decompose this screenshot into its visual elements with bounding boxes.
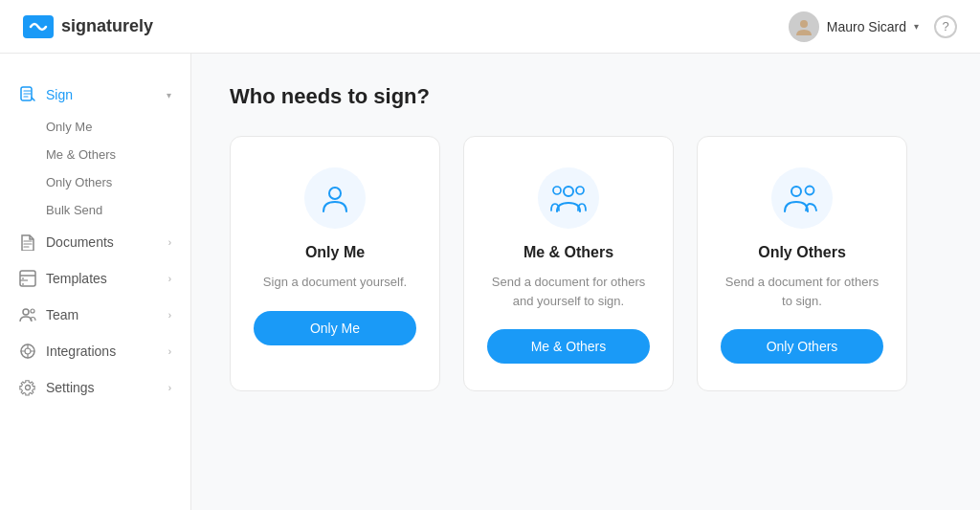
sidebar-subitem-bulk-send[interactable]: Bulk Send <box>46 196 190 224</box>
sidebar-item-integrations[interactable]: Integrations › <box>0 333 190 369</box>
svg-point-7 <box>26 386 31 390</box>
card-only-me: Only Me Sign a document yourself. Only M… <box>230 136 440 391</box>
svg-point-12 <box>791 187 801 196</box>
card-me-and-others-icon-wrapper <box>538 167 599 229</box>
logo: signaturely <box>23 15 153 38</box>
sidebar-subitem-me-and-others[interactable]: Me & Others <box>46 141 190 168</box>
layout: Sign ▾ Only Me Me & Others Only Others B… <box>0 54 980 510</box>
user-menu[interactable]: Mauro Sicard ▾ <box>789 11 919 42</box>
sidebar-settings-label: Settings <box>46 380 159 395</box>
multi-user-icon <box>549 181 588 215</box>
sign-icon <box>19 86 36 103</box>
sidebar-item-sign[interactable]: Sign ▾ <box>0 77 190 113</box>
doc-icon <box>19 233 36 251</box>
page-title: Who needs to sign? <box>230 84 942 109</box>
card-only-others: Only Others Send a document for others t… <box>697 136 907 391</box>
main-content: Who needs to sign? Only Me Sign a docume… <box>191 54 980 510</box>
templates-chevron-icon: › <box>168 274 171 284</box>
sidebar-item-documents[interactable]: Documents › <box>0 224 190 260</box>
settings-chevron-icon: › <box>168 383 171 393</box>
svg-rect-2 <box>20 271 35 286</box>
sidebar-item-templates[interactable]: Templates › <box>0 260 190 297</box>
svg-point-9 <box>564 187 573 196</box>
only-me-button[interactable]: Only Me <box>254 311 416 345</box>
template-icon <box>19 270 36 287</box>
card-me-and-others-title: Me & Others <box>523 244 613 261</box>
svg-point-13 <box>806 187 814 195</box>
sidebar-integrations-label: Integrations <box>46 344 159 359</box>
logo-text: signaturely <box>61 16 153 36</box>
svg-point-3 <box>23 309 29 315</box>
card-me-and-others: Me & Others Send a document for others a… <box>463 136 674 391</box>
svg-point-10 <box>576 187 584 194</box>
cards-container: Only Me Sign a document yourself. Only M… <box>230 136 942 391</box>
avatar <box>789 11 819 42</box>
integrations-icon <box>19 343 36 360</box>
card-me-and-others-desc: Send a document for others and yourself … <box>487 273 650 310</box>
team-icon <box>19 306 36 323</box>
sign-subitems: Only Me Me & Others Only Others Bulk Sen… <box>0 113 190 224</box>
card-only-others-icon-wrapper <box>771 167 833 229</box>
card-only-me-desc: Sign a document yourself. <box>263 273 407 292</box>
header-right: Mauro Sicard ▾ ? <box>789 11 957 42</box>
card-only-others-title: Only Others <box>758 244 846 261</box>
team-chevron-icon: › <box>168 310 171 321</box>
svg-point-11 <box>553 187 561 194</box>
sidebar-team-label: Team <box>46 307 159 322</box>
logo-icon <box>23 15 54 38</box>
sidebar: Sign ▾ Only Me Me & Others Only Others B… <box>0 54 191 510</box>
card-only-me-title: Only Me <box>305 244 365 261</box>
sidebar-item-team[interactable]: Team › <box>0 297 190 333</box>
only-others-button[interactable]: Only Others <box>721 329 883 364</box>
svg-point-8 <box>329 188 341 199</box>
integrations-chevron-icon: › <box>168 346 171 357</box>
settings-icon <box>19 379 36 396</box>
me-and-others-button[interactable]: Me & Others <box>487 329 650 364</box>
documents-chevron-icon: › <box>168 237 171 248</box>
app-header: signaturely Mauro Sicard ▾ ? <box>0 0 980 54</box>
svg-point-0 <box>800 20 808 28</box>
sidebar-subitem-only-others[interactable]: Only Others <box>46 168 190 196</box>
card-only-others-desc: Send a document for others to sign. <box>721 273 883 310</box>
sidebar-documents-label: Documents <box>46 234 159 250</box>
card-only-me-icon-wrapper <box>304 167 366 229</box>
sidebar-subitem-only-me[interactable]: Only Me <box>46 113 190 141</box>
user-name: Mauro Sicard <box>827 19 906 34</box>
sign-chevron-icon: ▾ <box>167 90 171 100</box>
sidebar-templates-label: Templates <box>46 271 159 286</box>
svg-point-6 <box>25 348 31 354</box>
user-menu-chevron-icon: ▾ <box>914 21 919 32</box>
svg-point-4 <box>31 309 34 313</box>
others-icon <box>783 181 821 215</box>
sidebar-sign-label: Sign <box>46 87 157 102</box>
single-user-icon <box>318 181 352 215</box>
sidebar-item-settings[interactable]: Settings › <box>0 369 190 406</box>
help-button[interactable]: ? <box>934 15 957 38</box>
